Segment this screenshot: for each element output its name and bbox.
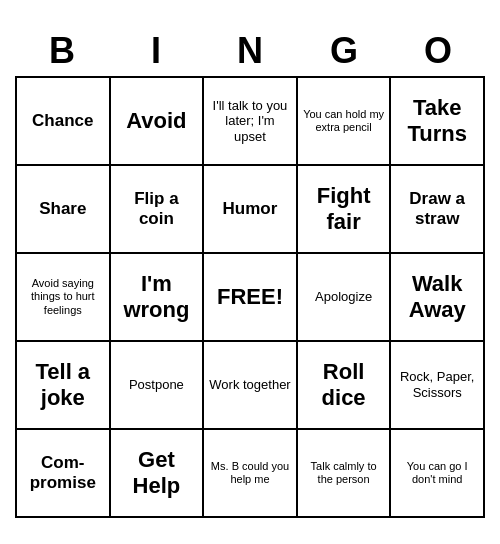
- bingo-cell[interactable]: Ms. B could you help me: [204, 430, 298, 518]
- bingo-cell[interactable]: Walk Away: [391, 254, 485, 342]
- cell-text: Get Help: [115, 447, 199, 500]
- bingo-cell[interactable]: Rock, Paper, Scissors: [391, 342, 485, 430]
- cell-text: I'll talk to you later; I'm upset: [208, 98, 292, 145]
- bingo-cell[interactable]: You can go I don't mind: [391, 430, 485, 518]
- bingo-cell[interactable]: Humor: [204, 166, 298, 254]
- bingo-cell[interactable]: Share: [17, 166, 111, 254]
- bingo-cell[interactable]: Take Turns: [391, 78, 485, 166]
- cell-text: Work together: [209, 377, 290, 393]
- cell-text: Walk Away: [395, 271, 479, 324]
- header-letter: B: [15, 26, 109, 76]
- cell-text: FREE!: [217, 284, 283, 310]
- bingo-cell[interactable]: FREE!: [204, 254, 298, 342]
- bingo-cell[interactable]: Avoid saying things to hurt feelings: [17, 254, 111, 342]
- bingo-cell[interactable]: Talk calmly to the person: [298, 430, 392, 518]
- cell-text: Avoid: [126, 108, 186, 134]
- cell-text: Fight fair: [302, 183, 386, 236]
- header-letter: N: [203, 26, 297, 76]
- bingo-card: BINGO ChanceAvoidI'll talk to you later;…: [15, 26, 485, 518]
- cell-text: I'm wrong: [115, 271, 199, 324]
- bingo-grid: ChanceAvoidI'll talk to you later; I'm u…: [15, 76, 485, 518]
- cell-text: You can go I don't mind: [395, 460, 479, 486]
- cell-text: Tell a joke: [21, 359, 105, 412]
- bingo-cell[interactable]: Com-promise: [17, 430, 111, 518]
- bingo-cell[interactable]: Chance: [17, 78, 111, 166]
- bingo-cell[interactable]: Roll dice: [298, 342, 392, 430]
- cell-text: Apologize: [315, 289, 372, 305]
- cell-text: Postpone: [129, 377, 184, 393]
- cell-text: Chance: [32, 111, 93, 131]
- bingo-cell[interactable]: Draw a straw: [391, 166, 485, 254]
- cell-text: Humor: [223, 199, 278, 219]
- bingo-cell[interactable]: I'll talk to you later; I'm upset: [204, 78, 298, 166]
- cell-text: Draw a straw: [395, 189, 479, 230]
- cell-text: Rock, Paper, Scissors: [395, 369, 479, 400]
- cell-text: Ms. B could you help me: [208, 460, 292, 486]
- bingo-cell[interactable]: Fight fair: [298, 166, 392, 254]
- bingo-cell[interactable]: Apologize: [298, 254, 392, 342]
- cell-text: Take Turns: [395, 95, 479, 148]
- header-letter: O: [391, 26, 485, 76]
- bingo-cell[interactable]: Tell a joke: [17, 342, 111, 430]
- bingo-cell[interactable]: You can hold my extra pencil: [298, 78, 392, 166]
- cell-text: Avoid saying things to hurt feelings: [21, 277, 105, 317]
- bingo-header: BINGO: [15, 26, 485, 76]
- bingo-cell[interactable]: Avoid: [111, 78, 205, 166]
- header-letter: G: [297, 26, 391, 76]
- bingo-cell[interactable]: I'm wrong: [111, 254, 205, 342]
- cell-text: You can hold my extra pencil: [302, 108, 386, 134]
- bingo-cell[interactable]: Get Help: [111, 430, 205, 518]
- cell-text: Talk calmly to the person: [302, 460, 386, 486]
- cell-text: Share: [39, 199, 86, 219]
- cell-text: Roll dice: [302, 359, 386, 412]
- bingo-cell[interactable]: Work together: [204, 342, 298, 430]
- header-letter: I: [109, 26, 203, 76]
- cell-text: Flip a coin: [115, 189, 199, 230]
- bingo-cell[interactable]: Postpone: [111, 342, 205, 430]
- cell-text: Com-promise: [21, 453, 105, 494]
- bingo-cell[interactable]: Flip a coin: [111, 166, 205, 254]
